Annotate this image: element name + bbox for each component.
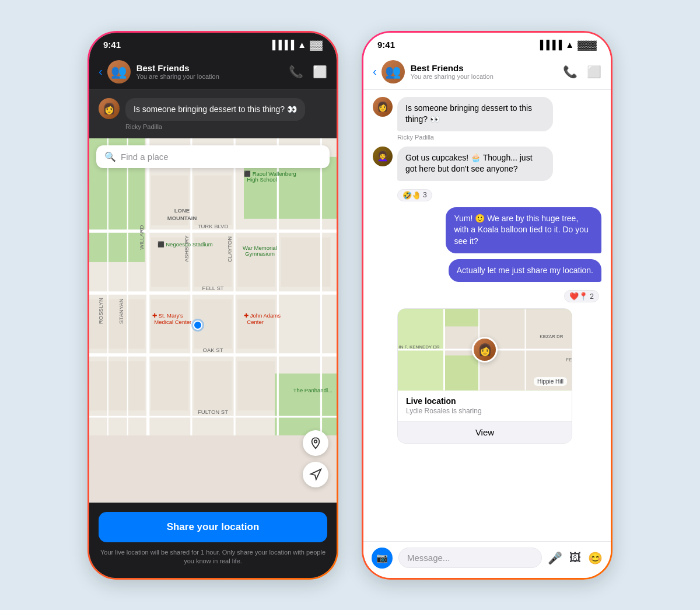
share-location-button[interactable]: Share your location [99, 512, 327, 542]
avatar-emoji-left: 👥 [111, 64, 127, 79]
live-location-title: Live location [406, 396, 564, 406]
svg-text:STANYAN: STANYAN [118, 298, 124, 324]
message-row-2: 👩‍🦱 Got us cupcakes! 🧁 Though... just go… [373, 147, 601, 181]
time-left: 9:41 [103, 40, 121, 50]
video-icon-right[interactable]: ⬜ [587, 65, 601, 79]
preview-sender: Ricky Padilla [125, 123, 327, 130]
sticker-icon[interactable]: 😊 [588, 551, 603, 565]
preview-bubble: Is someone bringing dessert to this thin… [125, 98, 305, 121]
reaction-row-msg2: 🤣🤚 3 [397, 189, 601, 201]
message-row-4: Actually let me just share my location. [373, 259, 601, 283]
svg-text:Gymnasium: Gymnasium [245, 250, 275, 257]
bubble-text-msg3: Yum! 🙂 We are by this huge tree, with a … [454, 214, 588, 246]
status-icons-left: ▐▐▐▐ ▲ ▓▓ [270, 40, 323, 50]
svg-text:✚ John Adams: ✚ John Adams [244, 312, 281, 319]
reaction-count-msg4: 2 [590, 292, 594, 301]
time-right: 9:41 [377, 40, 395, 50]
group-name-left: Best Friends [136, 63, 289, 73]
bubble-text-msg1: Is someone bringing dessert to this thin… [405, 103, 532, 124]
thumb-avatar-emoji: 👩 [478, 343, 492, 357]
pin-fab-button[interactable] [303, 430, 328, 456]
live-location-sub: Lydie Rosales is sharing [406, 407, 564, 415]
svg-text:CLAYTON: CLAYTON [226, 236, 233, 262]
right-phone: 9:41 ▐▐▐▐ ▲ ▓▓▓ ‹ 👥 Best Friends You are… [362, 31, 612, 580]
svg-text:LONE: LONE [174, 207, 190, 214]
group-subtitle-left: You are sharing your location [136, 73, 289, 80]
svg-text:The Panhandl...: The Panhandl... [293, 387, 332, 393]
map-thumb-image: JOHN F. KENNEDY DR FELL S... KEZAR DR 👩 … [398, 309, 572, 391]
svg-text:ROSSLYN: ROSSLYN [97, 298, 104, 324]
preview-avatar: 👩 [99, 98, 120, 119]
nav-fab-button[interactable] [303, 462, 328, 487]
reaction-emoji-msg2: 🤣🤚 [402, 191, 421, 200]
right-phone-inner: 9:41 ▐▐▐▐ ▲ ▓▓▓ ‹ 👥 Best Friends You are… [363, 33, 611, 578]
reaction-row-msg4: ❤️📍 2 [373, 290, 599, 302]
svg-text:High School: High School [247, 176, 276, 183]
wifi-icon-right: ▲ [565, 40, 574, 50]
avatar-msg2: 👩‍🦱 [373, 147, 393, 166]
svg-text:Center: Center [247, 319, 264, 325]
svg-text:⬛ Negoesco Stadium: ⬛ Negoesco Stadium [158, 242, 213, 249]
map-container[interactable]: TURK BLVD FELL ST OAK ST FULTON ST ROSSL… [89, 138, 337, 503]
message-row-3: Yum! 🙂 We are by this huge tree, with a … [373, 207, 601, 253]
thumb-map-label: Hippie Hill [534, 377, 567, 386]
share-disclaimer: Your live location will be shared for 1 … [99, 548, 327, 566]
status-bar-left: 9:41 ▐▐▐▐ ▲ ▓▓ [89, 33, 337, 54]
signal-icon: ▐▐▐▐ [270, 40, 295, 50]
reaction-emoji-msg4: ❤️📍 [569, 292, 588, 301]
back-button-left[interactable]: ‹ [99, 65, 103, 78]
search-placeholder: Find a place [121, 152, 169, 162]
phone-icon-right[interactable]: 📞 [563, 65, 578, 79]
svg-text:FELL ST: FELL ST [202, 285, 223, 291]
battery-icon-right: ▓▓▓ [578, 40, 597, 50]
status-icons-right: ▐▐▐▐ ▲ ▓▓▓ [537, 40, 597, 50]
svg-rect-14 [194, 361, 232, 411]
status-bar-right: 9:41 ▐▐▐▐ ▲ ▓▓▓ [363, 33, 611, 54]
preview-avatar-emoji: 👩 [103, 102, 116, 115]
svg-text:KEZAR DR: KEZAR DR [540, 334, 563, 339]
signal-icon-right: ▐▐▐▐ [537, 40, 562, 50]
map-screen: 👩 Is someone bringing dessert to this th… [89, 90, 337, 578]
svg-rect-17 [89, 361, 145, 411]
svg-text:JOHN F. KENNEDY DR: JOHN F. KENNEDY DR [398, 344, 440, 350]
svg-text:Medical Center: Medical Center [154, 319, 192, 325]
video-icon-left[interactable]: ⬜ [313, 65, 327, 79]
map-thumb-info: Live location Lydie Rosales is sharing [398, 391, 572, 421]
phone-icon-left[interactable]: 📞 [289, 65, 303, 79]
bubble-msg1: Is someone bringing dessert to this thin… [397, 97, 553, 131]
image-icon[interactable]: 🖼 [569, 551, 581, 565]
bubble-msg3: Yum! 🙂 We are by this huge tree, with a … [446, 207, 601, 253]
message-input[interactable]: Message... [398, 548, 542, 568]
avatar-emoji-right: 👥 [385, 64, 401, 79]
reaction-pill-msg4: ❤️📍 2 [564, 290, 599, 302]
message-preview: 👩 Is someone bringing dessert to this th… [89, 90, 337, 139]
bubble-text-msg4: Actually let me just share my location. [457, 266, 593, 275]
live-location-card[interactable]: JOHN F. KENNEDY DR FELL S... KEZAR DR 👩 … [397, 308, 572, 444]
left-phone-border: 9:41 ▐▐▐▐ ▲ ▓▓ ‹ 👥 Best Friends You are … [88, 31, 338, 580]
svg-rect-5 [194, 176, 232, 225]
svg-text:FELL S...: FELL S... [566, 357, 572, 362]
chat-header-left: ‹ 👥 Best Friends You are sharing your lo… [89, 54, 337, 90]
view-location-button[interactable]: View [398, 421, 572, 443]
svg-rect-13 [151, 361, 188, 411]
sender-msg1: Ricky Padilla [397, 134, 601, 141]
group-avatar-right: 👥 [382, 60, 405, 83]
reaction-pill-msg2: 🤣🤚 3 [397, 189, 432, 201]
search-icon: 🔍 [104, 151, 116, 162]
avatar-msg1: 👩 [373, 97, 393, 117]
camera-button[interactable]: 📷 [372, 548, 393, 569]
header-info-right: Best Friends You are sharing your locati… [411, 63, 563, 80]
svg-text:TURK BLVD: TURK BLVD [198, 223, 229, 229]
microphone-icon[interactable]: 🎤 [548, 551, 562, 565]
search-bar[interactable]: 🔍 Find a place [96, 145, 330, 168]
chat-header-right: ‹ 👥 Best Friends You are sharing your lo… [363, 54, 611, 90]
svg-text:✚ St. Mary's: ✚ St. Mary's [152, 312, 183, 319]
preview-content: Is someone bringing dessert to this thin… [125, 98, 327, 131]
input-bar: 📷 Message... 🎤 🖼 😊 [363, 541, 611, 578]
svg-rect-15 [237, 361, 275, 411]
share-bottom: Share your location Your live location w… [89, 503, 337, 578]
map-svg: TURK BLVD FELL ST OAK ST FULTON ST ROSSL… [89, 138, 337, 435]
back-button-right[interactable]: ‹ [373, 65, 377, 78]
battery-icon: ▓▓ [310, 40, 323, 50]
left-phone: 9:41 ▐▐▐▐ ▲ ▓▓ ‹ 👥 Best Friends You are … [88, 31, 338, 580]
